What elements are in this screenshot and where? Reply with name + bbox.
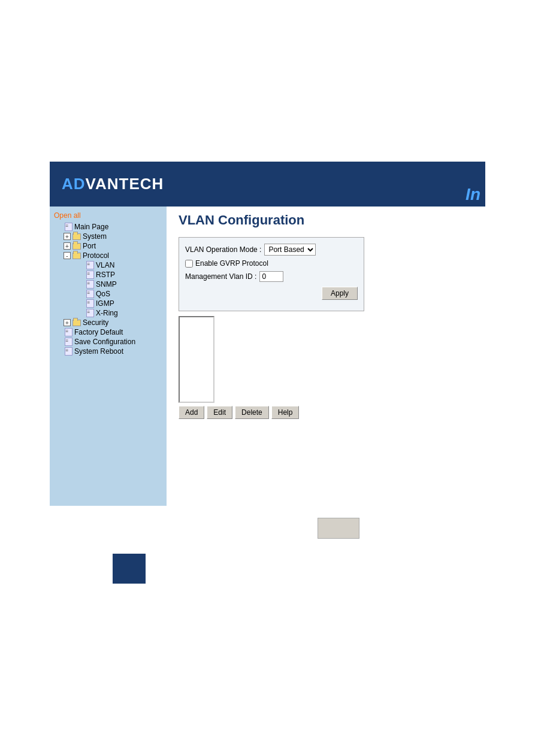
page-icon-xring — [85, 309, 95, 317]
page-icon-qos — [85, 290, 95, 298]
sidebar-label-rstp: RSTP — [96, 271, 115, 279]
folder-icon-system — [72, 232, 81, 241]
sidebar-item-snmp[interactable]: SNMP — [53, 280, 164, 289]
gvrp-checkbox[interactable] — [185, 260, 193, 268]
expand-security-icon[interactable]: + — [64, 319, 71, 326]
sidebar-label-protocol: Protocol — [83, 251, 109, 260]
sidebar-item-system-reboot[interactable]: System Reboot — [53, 347, 164, 356]
apply-button[interactable]: Apply — [322, 287, 358, 300]
vlan-operation-mode-select[interactable]: Port Based 802.1Q — [264, 244, 316, 256]
page-icon-factory — [64, 328, 73, 336]
expand-protocol-icon[interactable]: - — [64, 252, 71, 259]
main-content: VLAN Configuration VLAN Operation Mode :… — [167, 207, 485, 506]
expand-port-icon[interactable]: + — [64, 242, 71, 250]
bottom-artifact-1 — [318, 518, 359, 539]
sidebar-label-vlan: VLAN — [96, 261, 114, 269]
management-vlan-input[interactable] — [259, 271, 283, 282]
sidebar-label-xring: X-Ring — [96, 309, 118, 317]
page-icon-main — [64, 223, 73, 231]
sidebar-item-security[interactable]: + Security — [53, 318, 164, 327]
folder-icon-security — [72, 318, 81, 327]
sidebar-item-save-config[interactable]: Save Configuration — [53, 337, 164, 347]
management-vlan-label: Management Vlan ID : — [185, 272, 256, 281]
folder-icon-protocol — [72, 251, 81, 260]
page-icon-save — [64, 338, 73, 346]
sidebar-item-xring[interactable]: X-Ring — [53, 308, 164, 318]
open-all-link[interactable]: Open all — [53, 211, 164, 220]
sidebar-item-rstp[interactable]: RSTP — [53, 270, 164, 280]
delete-button[interactable]: Delete — [235, 406, 269, 419]
sidebar-label-factory: Factory Default — [74, 328, 123, 336]
sidebar-label-port: Port — [83, 242, 96, 250]
add-button[interactable]: Add — [179, 406, 204, 419]
sidebar-label-igmp: IGMP — [96, 299, 114, 308]
sidebar-label-security: Security — [83, 318, 108, 327]
sidebar-item-vlan[interactable]: VLAN — [53, 260, 164, 270]
page-icon-rstp — [85, 271, 95, 279]
vlan-list-box[interactable] — [179, 316, 214, 403]
vlan-operation-mode-row: VLAN Operation Mode : Port Based 802.1Q — [185, 244, 358, 256]
help-button[interactable]: Help — [271, 406, 300, 419]
sidebar-item-igmp[interactable]: IGMP — [53, 299, 164, 308]
vlan-operation-mode-label: VLAN Operation Mode : — [185, 245, 261, 254]
sidebar-item-qos[interactable]: QoS — [53, 289, 164, 299]
edit-button[interactable]: Edit — [207, 406, 232, 419]
sidebar-label-reboot: System Reboot — [74, 347, 123, 356]
expand-system-icon[interactable]: + — [64, 233, 71, 240]
folder-icon-port — [72, 242, 81, 250]
logo-ad: AD — [62, 175, 86, 193]
management-vlan-row: Management Vlan ID : — [185, 271, 358, 282]
sidebar-label-qos: QoS — [96, 290, 110, 298]
sidebar-label-main-page: Main Page — [74, 223, 108, 231]
sidebar-item-protocol[interactable]: - Protocol — [53, 251, 164, 260]
sidebar-item-system[interactable]: + System — [53, 232, 164, 241]
sidebar-label-save: Save Configuration — [74, 338, 135, 346]
sidebar-item-port[interactable]: + Port — [53, 241, 164, 251]
page-icon-snmp — [85, 280, 95, 289]
page-icon-vlan — [85, 261, 95, 269]
page-icon-igmp — [85, 299, 95, 308]
bottom-artifact-2 — [113, 554, 146, 584]
action-buttons: Add Edit Delete Help — [179, 406, 473, 419]
logo-vantech: VANTECH — [86, 175, 164, 193]
config-panel: VLAN Operation Mode : Port Based 802.1Q … — [179, 237, 364, 311]
gvrp-label: Enable GVRP Protocol — [195, 259, 268, 268]
page-icon-reboot — [64, 347, 73, 356]
logo: ADVANTECH — [62, 175, 164, 193]
sidebar: Open all Main Page + System + Port - Pro… — [50, 207, 167, 506]
sidebar-item-main-page[interactable]: Main Page — [53, 222, 164, 232]
gvrp-row: Enable GVRP Protocol — [185, 259, 358, 268]
sidebar-item-factory-default[interactable]: Factory Default — [53, 327, 164, 337]
sidebar-label-snmp: SNMP — [96, 280, 117, 289]
sidebar-label-system: System — [83, 232, 107, 241]
header-right-text: In — [466, 185, 480, 204]
open-all-label[interactable]: Open all — [53, 211, 164, 220]
page-title: VLAN Configuration — [179, 212, 473, 228]
